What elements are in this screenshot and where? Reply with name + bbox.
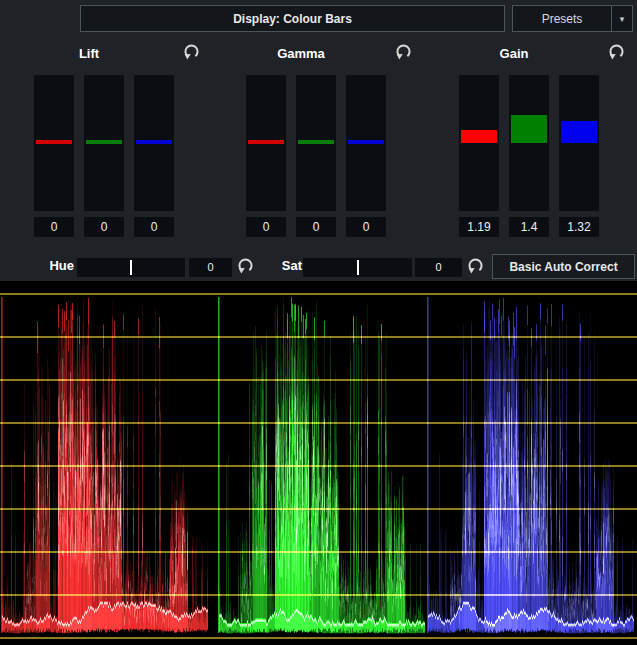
display-mode-button[interactable]: Display: Colour Bars [80, 5, 505, 32]
lift-green-value: 0 [84, 217, 124, 237]
gain-green-slider[interactable] [509, 75, 549, 211]
hue-reset-button[interactable] [234, 256, 256, 278]
lift-red-value: 0 [34, 217, 74, 237]
hue-slider-handle[interactable] [130, 260, 132, 275]
presets-dropdown-arrow-icon[interactable]: ▾ [611, 6, 632, 31]
gain-red-handle[interactable] [461, 130, 497, 143]
sat-label: Sat [276, 256, 302, 276]
section-lift: Lift 0 0 0 [0, 38, 212, 245]
sat-slider[interactable] [303, 258, 412, 277]
gain-blue-value: 1.32 [559, 217, 599, 237]
gain-title: Gain [425, 46, 603, 61]
reset-icon [236, 263, 255, 278]
lift-title: Lift [0, 46, 178, 61]
gamma-green-handle[interactable] [298, 140, 334, 144]
gamma-red-handle[interactable] [248, 140, 284, 144]
lift-blue-slider[interactable] [134, 75, 174, 211]
rgb-parade-waveform [0, 281, 637, 645]
sat-value: 0 [415, 258, 462, 277]
lift-red-slider[interactable] [34, 75, 74, 211]
gamma-green-value: 0 [296, 217, 336, 237]
basic-auto-correct-button[interactable]: Basic Auto Correct [492, 254, 635, 279]
gamma-blue-slider[interactable] [346, 75, 386, 211]
colour-correct-panel: Display: Colour Bars Presets ▾ Lift [0, 0, 637, 645]
gain-blue-handle[interactable] [561, 121, 597, 143]
lift-red-handle[interactable] [36, 140, 72, 144]
lift-blue-value: 0 [134, 217, 174, 237]
reset-icon [182, 49, 201, 64]
reset-icon [394, 49, 413, 64]
lift-blue-handle[interactable] [136, 140, 172, 144]
reset-icon [466, 263, 485, 278]
gamma-red-slider[interactable] [246, 75, 286, 211]
gain-red-slider[interactable] [459, 75, 499, 211]
reset-icon [607, 49, 626, 64]
lift-reset-button[interactable] [180, 42, 202, 64]
hue-slider[interactable] [77, 258, 185, 277]
gain-blue-slider[interactable] [559, 75, 599, 211]
section-gamma: Gamma 0 0 0 [212, 38, 424, 245]
gamma-blue-value: 0 [346, 217, 386, 237]
hue-value: 0 [189, 258, 232, 277]
lift-green-handle[interactable] [86, 140, 122, 144]
section-gain: Gain 1.19 1.4 1.32 [425, 38, 637, 245]
gain-green-handle[interactable] [511, 115, 547, 143]
gamma-reset-button[interactable] [392, 42, 414, 64]
gain-green-value: 1.4 [509, 217, 549, 237]
gain-red-value: 1.19 [459, 217, 499, 237]
lift-green-slider[interactable] [84, 75, 124, 211]
presets-split-button: Presets ▾ [512, 5, 633, 32]
gamma-blue-handle[interactable] [348, 140, 384, 144]
hue-label: Hue [44, 256, 74, 276]
presets-button[interactable]: Presets [513, 6, 611, 31]
gamma-title: Gamma [212, 46, 390, 61]
gain-reset-button[interactable] [605, 42, 627, 64]
gamma-red-value: 0 [246, 217, 286, 237]
controls-panel: Display: Colour Bars Presets ▾ Lift [0, 0, 637, 281]
gamma-green-slider[interactable] [296, 75, 336, 211]
sat-reset-button[interactable] [464, 256, 486, 278]
sat-slider-handle[interactable] [357, 260, 359, 275]
